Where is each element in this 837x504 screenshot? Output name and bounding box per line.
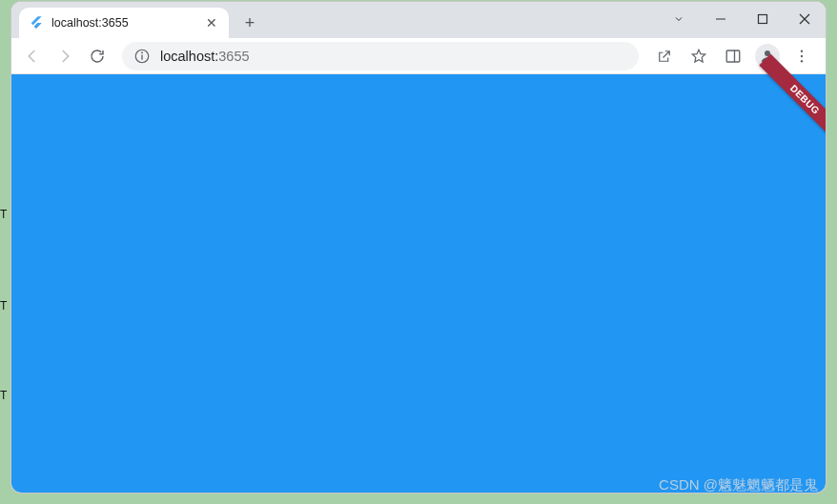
tab-search-icon[interactable] (658, 6, 700, 32)
minimize-button[interactable] (700, 6, 742, 32)
share-icon[interactable] (648, 40, 681, 72)
url-port: 3655 (218, 49, 249, 64)
back-button[interactable] (17, 41, 48, 71)
url-host: localhost: (160, 49, 218, 64)
flutter-favicon (29, 15, 44, 30)
title-bar: localhost:3655 ✕ + (11, 2, 826, 38)
new-tab-button[interactable]: + (236, 10, 263, 36)
maximize-button[interactable] (742, 6, 784, 32)
close-tab-icon[interactable]: ✕ (204, 15, 219, 30)
edge-letter-1: T (0, 208, 7, 221)
nav-bar: localhost:3655 (11, 38, 826, 74)
svg-point-6 (141, 51, 143, 53)
chrome-menu-icon[interactable] (786, 40, 818, 72)
edge-letter-3: T (0, 389, 7, 402)
window-controls (658, 2, 826, 38)
forward-button[interactable] (50, 41, 80, 71)
svg-rect-7 (726, 50, 740, 62)
close-window-button[interactable] (784, 6, 826, 32)
reload-button[interactable] (82, 41, 112, 71)
svg-rect-1 (759, 15, 767, 24)
browser-window: localhost:3655 ✕ + (11, 2, 826, 493)
tab-title: localhost:3655 (51, 16, 204, 30)
browser-tab[interactable]: localhost:3655 ✕ (19, 8, 229, 38)
edge-letter-2: T (0, 299, 7, 312)
toolbar-actions (648, 40, 818, 72)
bookmark-star-icon[interactable] (683, 40, 715, 72)
svg-point-10 (801, 50, 803, 51)
address-bar[interactable]: localhost:3655 (122, 42, 639, 71)
page-content: DEBUG (11, 74, 826, 493)
side-panel-icon[interactable] (717, 40, 749, 72)
profile-avatar[interactable] (751, 40, 784, 72)
site-info-icon[interactable] (133, 48, 151, 65)
svg-point-12 (801, 60, 803, 62)
svg-point-11 (801, 54, 803, 56)
svg-point-9 (765, 50, 770, 56)
